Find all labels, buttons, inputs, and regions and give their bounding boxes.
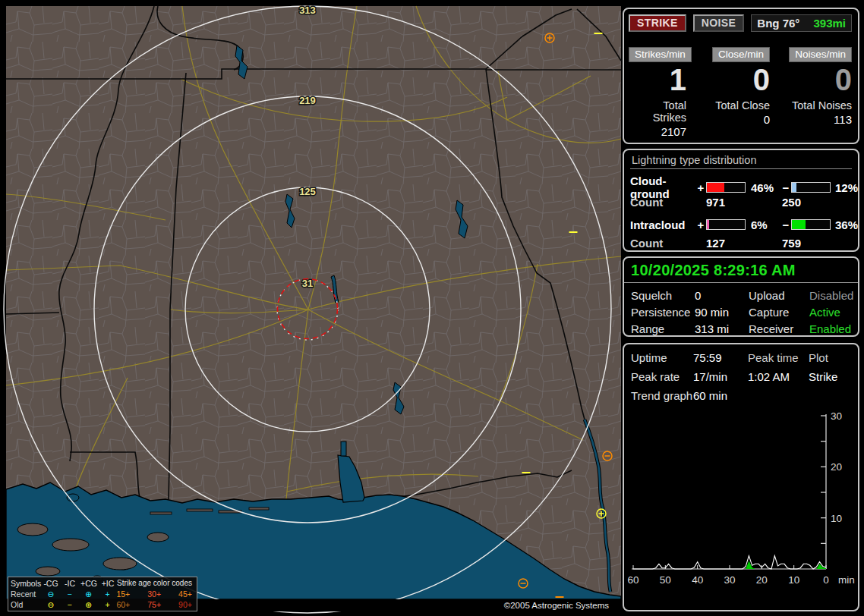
minus-ic-pct: 36%	[831, 218, 858, 231]
plus-sign: +	[695, 181, 706, 194]
peak-time-value: 1:02 AM	[748, 370, 809, 383]
minus-ic-count: 759	[782, 237, 852, 250]
svg-text:50: 50	[660, 574, 671, 586]
trend-window-value: 60 min	[693, 389, 748, 402]
legend-col-minus-cg: -CG	[41, 578, 61, 589]
minus-cg-old-icon: ⊖	[41, 599, 61, 610]
distribution-title: Lightning type distribution	[630, 150, 852, 169]
svg-text:10: 10	[831, 513, 842, 524]
map-legend: Symbols -CG -IC +CG +IC Strike age color…	[8, 577, 197, 611]
peak-rate-label: Peak rate	[631, 370, 693, 383]
uptime-label: Uptime	[631, 351, 693, 364]
clock-panel: 10/20/2025 8:29:16 AM Squelch 0 Upload D…	[623, 256, 859, 337]
close-per-min-value: 0	[686, 64, 770, 96]
counter-column-noises: Noises/min 0 Total Noises 113	[770, 47, 852, 138]
svg-text:0: 0	[823, 574, 829, 586]
map-svg[interactable]: 31321912531 ©2005 Astrogenic Systems	[6, 6, 621, 611]
plus-ic-recent-icon: +	[99, 589, 117, 599]
svg-text:min: min	[838, 574, 855, 586]
peak-rate-value: 17/min	[693, 370, 748, 383]
plus-cg-pct: 46%	[746, 181, 780, 194]
intracloud-count-row: Count 127 759	[624, 234, 858, 252]
squelch-value: 0	[695, 289, 749, 302]
plus-cg-bar	[706, 182, 746, 193]
upload-status: Disabled	[809, 289, 853, 302]
stormvue-window: { "map": { "rings": [ {"label": "313", "…	[0, 0, 864, 616]
strikes-per-min-chip: Strikes/min	[629, 47, 692, 62]
svg-text:10: 10	[788, 574, 799, 586]
total-noises-value: 113	[770, 113, 852, 126]
strike-button[interactable]: STRIKE	[629, 14, 686, 32]
plot-header: Plot	[809, 351, 851, 364]
clock-text: 10/20/2025 8:29:16 AM	[624, 258, 858, 283]
legend-row-old: Old	[11, 599, 41, 610]
capture-status: Active	[809, 306, 853, 319]
total-strikes-label: Total Strikes	[629, 99, 686, 124]
trend-chart-svg: 1020306050403020100min	[630, 410, 852, 590]
legend-col-minus-ic: -IC	[61, 578, 79, 589]
minus-sign: −	[780, 181, 791, 194]
peak-time-header: Peak time	[748, 351, 809, 364]
persistence-label: Persistence	[631, 306, 695, 319]
svg-text:125: 125	[299, 186, 316, 197]
minus-ic-bar	[791, 219, 831, 230]
trend-graph-label: Trend graph	[631, 389, 693, 402]
svg-text:20: 20	[831, 461, 842, 473]
svg-text:30: 30	[724, 574, 735, 586]
upload-label: Upload	[749, 289, 809, 302]
range-label: Range	[631, 322, 695, 335]
noises-per-min-chip: Noises/min	[789, 47, 852, 62]
status-panel: Uptime 75:59 Peak time Plot Peak rate 17…	[623, 343, 859, 611]
settings-grid: Squelch 0 Upload Disabled Persistence 90…	[624, 289, 858, 335]
plus-cg-old-icon: ⊕	[79, 599, 99, 610]
intracloud-label: Intracloud	[630, 218, 695, 231]
svg-text:60: 60	[627, 574, 639, 586]
noises-per-min-value: 0	[770, 64, 852, 96]
count-label: Count	[630, 237, 695, 250]
bearing-indicator: Bng 76° 393mi	[751, 14, 852, 32]
receiver-status: Enabled	[809, 322, 853, 335]
plus-cg-recent-icon: ⊕	[79, 589, 99, 599]
legend-symbols-header: Symbols	[11, 578, 41, 589]
svg-text:30: 30	[831, 410, 842, 422]
legend-col-plus-ic: +IC	[99, 578, 117, 589]
legend-row-recent: Recent	[11, 589, 41, 599]
svg-text:219: 219	[299, 95, 316, 106]
legend-col-plus-cg: +CG	[79, 578, 99, 589]
plus-ic-pct: 6%	[746, 218, 780, 231]
total-close-value: 0	[686, 113, 770, 126]
minus-ic-old-icon: −	[61, 599, 79, 610]
counter-column-close: Close/min 0 Total Close 0	[686, 47, 770, 138]
total-strikes-value: 2107	[629, 125, 686, 138]
range-value: 313 mi	[695, 322, 749, 335]
count-label: Count	[630, 196, 695, 209]
minus-cg-bar	[791, 182, 831, 193]
persistence-value: 90 min	[695, 306, 749, 319]
age-30: 30+	[147, 589, 178, 599]
distribution-row-intracloud: Intracloud + 6% − 36%	[624, 215, 858, 234]
counter-column-strikes: Strikes/min 1 Total Strikes 2107	[629, 47, 686, 138]
plus-cg-count: 971	[706, 196, 782, 209]
minus-sign: −	[780, 218, 791, 231]
distribution-row-cloud-ground: Cloud-ground + 46% − 12%	[624, 174, 858, 193]
age-15: 15+	[116, 589, 147, 599]
svg-text:40: 40	[692, 574, 703, 586]
plus-ic-count: 127	[706, 237, 782, 250]
status-grid: Uptime 75:59 Peak time Plot Peak rate 17…	[624, 344, 858, 402]
minus-cg-recent-icon: ⊖	[41, 589, 61, 599]
plus-ic-old-icon: +	[99, 599, 117, 610]
noise-button[interactable]: NOISE	[693, 14, 745, 32]
age-90: 90+	[178, 599, 197, 610]
receiver-label: Receiver	[749, 322, 809, 335]
strikes-per-min-value: 1	[629, 64, 686, 96]
age-45: 45+	[178, 589, 197, 599]
uptime-value: 75:59	[693, 351, 748, 364]
close-per-min-chip: Close/min	[712, 47, 770, 62]
distribution-panel: Lightning type distribution Cloud-ground…	[623, 149, 859, 252]
strikes-panel: STRIKE NOISE Bng 76° 393mi Strikes/min 1…	[623, 8, 859, 144]
plot-value: Strike	[809, 370, 851, 383]
plus-ic-bar	[706, 219, 746, 230]
total-close-label: Total Close	[686, 99, 770, 112]
age-60: 60+	[116, 599, 147, 610]
age-75: 75+	[147, 599, 178, 610]
